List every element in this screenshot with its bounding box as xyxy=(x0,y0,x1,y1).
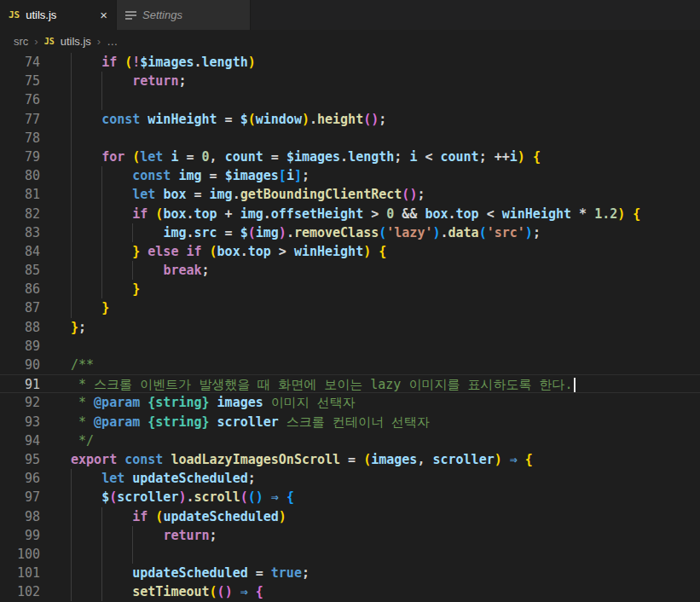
code-line[interactable]: 77 const winHeight = $(window).height(); xyxy=(0,110,700,129)
line-number[interactable]: 77 xyxy=(0,110,55,129)
line-number[interactable]: 97 xyxy=(0,488,55,506)
code-line[interactable]: 83 img.src = $(img).removeClass('lazy').… xyxy=(0,223,700,242)
line-number[interactable]: 81 xyxy=(0,185,55,204)
code-line[interactable]: 102 setTimeout(() ⇒ { xyxy=(0,582,700,601)
javascript-icon: JS xyxy=(44,37,55,46)
code-line[interactable]: 88}; xyxy=(0,318,700,337)
line-number[interactable]: 85 xyxy=(0,261,55,280)
indent-guide xyxy=(101,507,102,526)
line-number[interactable]: 74 xyxy=(0,53,55,72)
code-line[interactable]: 86 } xyxy=(0,280,700,298)
line-number[interactable]: 84 xyxy=(0,242,55,261)
line-number[interactable]: 82 xyxy=(0,205,55,223)
code-line[interactable]: 92 * @param {string} images 이미지 선택자 xyxy=(0,393,700,412)
code-line[interactable]: 78 xyxy=(0,129,700,148)
code-line[interactable]: 98 if (updateScheduled) xyxy=(0,507,700,526)
code-line-text: } xyxy=(55,298,700,317)
line-number[interactable]: 93 xyxy=(0,413,55,431)
indent-guide xyxy=(71,298,72,317)
code-line[interactable]: 85 break; xyxy=(0,261,700,280)
code-line[interactable]: 84 } else if (box.top > winHeight) { xyxy=(0,242,700,261)
code-line-text: if (updateScheduled) xyxy=(55,507,700,526)
indent-guide xyxy=(132,261,133,280)
tab-settings[interactable]: Settings xyxy=(116,0,251,30)
indent-guide xyxy=(101,242,102,261)
code-line[interactable]: 94 */ xyxy=(0,431,700,450)
code-line[interactable]: 91 * 스크롤 이벤트가 발생했을 때 화면에 보이는 lazy 이미지를 표… xyxy=(0,374,700,393)
indent-guide xyxy=(71,72,72,90)
line-number[interactable]: 87 xyxy=(0,298,55,317)
code-line[interactable]: 96 let updateScheduled; xyxy=(0,469,700,488)
line-number[interactable]: 79 xyxy=(0,148,55,166)
code-line[interactable]: 101 updateScheduled = true; xyxy=(0,564,700,582)
code-line[interactable]: 93 * @param {string} scroller 스크롤 컨테이너 선… xyxy=(0,413,700,431)
indent-guide xyxy=(71,205,72,223)
tab-settings-label: Settings xyxy=(142,9,182,21)
tab-bar: JS utils.js × Settings xyxy=(0,0,700,30)
indent-guide xyxy=(71,129,72,148)
breadcrumb-src[interactable]: src xyxy=(14,35,28,48)
code-line-text: */ xyxy=(55,431,700,450)
line-number[interactable]: 83 xyxy=(0,223,55,242)
line-number[interactable]: 98 xyxy=(0,507,55,526)
code-line[interactable]: 76 xyxy=(0,90,700,109)
code-line[interactable]: 80 const img = $images[i]; xyxy=(0,166,700,185)
indent-guide xyxy=(132,545,133,564)
code-line-text: } xyxy=(55,280,700,298)
indent-guide xyxy=(71,488,72,506)
line-number[interactable]: 92 xyxy=(0,393,55,412)
code-line-text: /** xyxy=(55,356,700,374)
line-number[interactable]: 89 xyxy=(0,337,55,356)
indent-guide xyxy=(71,90,72,109)
code-line[interactable]: 89 xyxy=(0,337,700,356)
close-icon[interactable]: × xyxy=(100,9,107,21)
line-number[interactable]: 96 xyxy=(0,469,55,488)
line-number[interactable]: 90 xyxy=(0,356,55,374)
line-number[interactable]: 75 xyxy=(0,72,55,90)
code-line[interactable]: 99 return; xyxy=(0,526,700,545)
indent-guide xyxy=(71,223,72,242)
line-number[interactable]: 95 xyxy=(0,450,55,469)
code-line[interactable]: 97 $(scroller).scroll(() ⇒ { xyxy=(0,488,700,506)
tab-utils-js[interactable]: JS utils.js × xyxy=(0,0,116,30)
line-number[interactable]: 86 xyxy=(0,280,55,298)
line-number[interactable]: 100 xyxy=(0,545,55,564)
code-line-text: * @param {string} scroller 스크롤 컨테이너 선택자 xyxy=(55,413,700,431)
code-editor[interactable]: 74 if (!$images.length)75 return;7677 co… xyxy=(0,53,700,602)
code-line-text: img.src = $(img).removeClass('lazy').dat… xyxy=(55,223,700,242)
line-number[interactable]: 91 xyxy=(0,375,55,392)
line-number[interactable]: 94 xyxy=(0,431,55,450)
indent-guide xyxy=(71,526,72,545)
code-line-text: * 스크롤 이벤트가 발생했을 때 화면에 보이는 lazy 이미지를 표시하도… xyxy=(55,375,700,392)
code-line-text xyxy=(55,129,700,148)
indent-guide xyxy=(71,166,72,185)
line-number[interactable]: 88 xyxy=(0,318,55,337)
indent-guide xyxy=(101,223,102,242)
code-line[interactable]: 100 xyxy=(0,545,700,564)
code-line-text: const img = $images[i]; xyxy=(55,166,700,185)
code-line-text: * @param {string} images 이미지 선택자 xyxy=(55,393,700,412)
code-line[interactable]: 95export const loadLazyImagesOnScroll = … xyxy=(0,450,700,469)
code-line[interactable]: 79 for (let i = 0, count = $images.lengt… xyxy=(0,148,700,166)
line-number[interactable]: 99 xyxy=(0,526,55,545)
indent-guide xyxy=(101,205,102,223)
code-line[interactable]: 75 return; xyxy=(0,72,700,90)
breadcrumb-more[interactable]: … xyxy=(107,35,118,48)
line-number[interactable]: 78 xyxy=(0,129,55,148)
code-line[interactable]: 82 if (box.top + img.offsetHeight > 0 &&… xyxy=(0,205,700,223)
code-line[interactable]: 81 let box = img.getBoundingClientRect()… xyxy=(0,185,700,204)
breadcrumb-file[interactable]: utils.js xyxy=(61,35,91,48)
code-line[interactable]: 74 if (!$images.length) xyxy=(0,53,700,72)
line-number[interactable]: 102 xyxy=(0,582,55,601)
line-number[interactable]: 101 xyxy=(0,564,55,582)
code-line-text xyxy=(55,337,700,356)
code-line-text xyxy=(55,545,700,564)
code-line-text: updateScheduled = true; xyxy=(55,564,700,582)
indent-guide xyxy=(71,280,72,298)
line-number[interactable]: 80 xyxy=(0,166,55,185)
code-line[interactable]: 87 } xyxy=(0,298,700,317)
javascript-icon: JS xyxy=(9,9,20,20)
indent-guide xyxy=(101,526,102,545)
code-line[interactable]: 90/** xyxy=(0,356,700,374)
line-number[interactable]: 76 xyxy=(0,90,55,109)
